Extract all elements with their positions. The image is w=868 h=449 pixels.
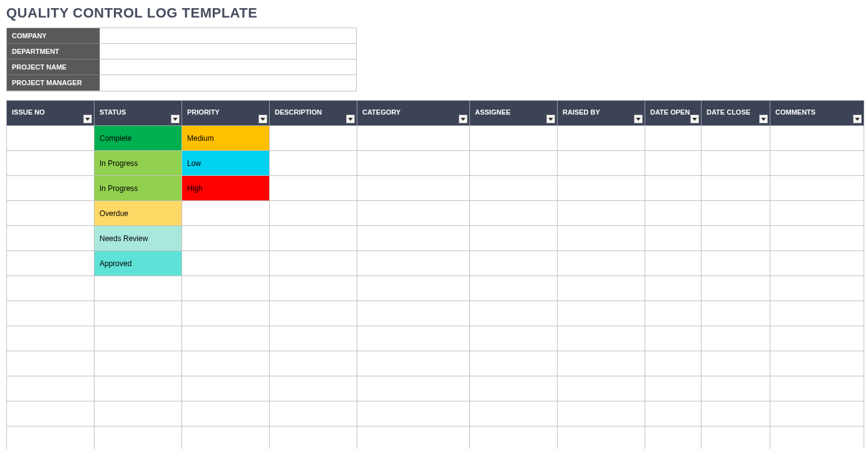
- filter-dropdown-icon[interactable]: [346, 115, 355, 123]
- cell-category[interactable]: [357, 351, 470, 376]
- cell-date_close[interactable]: [702, 301, 770, 326]
- cell-date_open[interactable]: [645, 326, 702, 351]
- cell-description[interactable]: [270, 251, 357, 276]
- cell-comments[interactable]: [770, 301, 864, 326]
- cell-category[interactable]: [357, 276, 470, 301]
- cell-assignee[interactable]: [470, 426, 558, 450]
- cell-assignee[interactable]: [470, 276, 558, 301]
- cell-date_close[interactable]: [702, 276, 770, 301]
- cell-description[interactable]: [270, 301, 357, 326]
- cell-date_close[interactable]: [702, 401, 770, 426]
- cell-description[interactable]: [270, 351, 357, 376]
- cell-issue_no[interactable]: [7, 376, 94, 401]
- cell-raised_by[interactable]: [558, 176, 645, 201]
- cell-comments[interactable]: [770, 351, 864, 376]
- cell-issue_no[interactable]: [7, 401, 94, 426]
- cell-date_open[interactable]: [645, 426, 702, 450]
- cell-description[interactable]: [270, 426, 357, 450]
- cell-issue_no[interactable]: [7, 301, 94, 326]
- cell-date_open[interactable]: [645, 176, 702, 201]
- cell-description[interactable]: [270, 326, 357, 351]
- cell-date_open[interactable]: [645, 301, 702, 326]
- cell-status[interactable]: [94, 426, 182, 450]
- cell-comments[interactable]: [770, 226, 864, 251]
- cell-comments[interactable]: [770, 126, 864, 151]
- cell-comments[interactable]: [770, 326, 864, 351]
- cell-status[interactable]: [94, 351, 182, 376]
- cell-raised_by[interactable]: [558, 251, 645, 276]
- cell-category[interactable]: [357, 326, 470, 351]
- cell-category[interactable]: [357, 426, 470, 450]
- cell-comments[interactable]: [770, 426, 864, 450]
- cell-date_close[interactable]: [702, 226, 770, 251]
- cell-issue_no[interactable]: [7, 276, 94, 301]
- cell-description[interactable]: [270, 276, 357, 301]
- cell-date_close[interactable]: [702, 251, 770, 276]
- cell-raised_by[interactable]: [558, 151, 645, 176]
- cell-raised_by[interactable]: [558, 401, 645, 426]
- cell-category[interactable]: [357, 151, 470, 176]
- cell-comments[interactable]: [770, 276, 864, 301]
- cell-priority[interactable]: Low: [182, 151, 270, 176]
- cell-description[interactable]: [270, 151, 357, 176]
- cell-comments[interactable]: [770, 251, 864, 276]
- cell-assignee[interactable]: [470, 251, 558, 276]
- cell-priority[interactable]: High: [182, 176, 270, 201]
- cell-priority[interactable]: [182, 276, 270, 301]
- cell-assignee[interactable]: [470, 176, 558, 201]
- cell-priority[interactable]: [182, 376, 270, 401]
- cell-date_open[interactable]: [645, 276, 702, 301]
- cell-comments[interactable]: [770, 376, 864, 401]
- cell-comments[interactable]: [770, 176, 864, 201]
- cell-status[interactable]: Overdue: [94, 201, 182, 226]
- cell-issue_no[interactable]: [7, 126, 94, 151]
- cell-date_open[interactable]: [645, 376, 702, 401]
- cell-category[interactable]: [357, 251, 470, 276]
- filter-dropdown-icon[interactable]: [171, 115, 180, 123]
- value-project-name[interactable]: [100, 59, 356, 75]
- cell-status[interactable]: Needs Review: [94, 226, 182, 251]
- cell-date_close[interactable]: [702, 201, 770, 226]
- cell-category[interactable]: [357, 226, 470, 251]
- cell-date_close[interactable]: [702, 376, 770, 401]
- cell-assignee[interactable]: [470, 351, 558, 376]
- cell-date_open[interactable]: [645, 151, 702, 176]
- cell-date_open[interactable]: [645, 251, 702, 276]
- cell-date_open[interactable]: [645, 201, 702, 226]
- filter-dropdown-icon[interactable]: [853, 115, 862, 123]
- filter-dropdown-icon[interactable]: [690, 115, 699, 123]
- cell-date_close[interactable]: [702, 351, 770, 376]
- cell-date_open[interactable]: [645, 226, 702, 251]
- cell-raised_by[interactable]: [558, 376, 645, 401]
- cell-assignee[interactable]: [470, 326, 558, 351]
- cell-description[interactable]: [270, 226, 357, 251]
- cell-status[interactable]: Approved: [94, 251, 182, 276]
- cell-issue_no[interactable]: [7, 426, 94, 450]
- cell-priority[interactable]: [182, 226, 270, 251]
- cell-category[interactable]: [357, 176, 470, 201]
- cell-priority[interactable]: [182, 326, 270, 351]
- cell-date_close[interactable]: [702, 151, 770, 176]
- cell-raised_by[interactable]: [558, 126, 645, 151]
- cell-category[interactable]: [357, 201, 470, 226]
- cell-description[interactable]: [270, 126, 357, 151]
- cell-priority[interactable]: [182, 426, 270, 450]
- cell-issue_no[interactable]: [7, 201, 94, 226]
- cell-status[interactable]: Complete: [94, 126, 182, 151]
- cell-description[interactable]: [270, 176, 357, 201]
- cell-comments[interactable]: [770, 201, 864, 226]
- cell-issue_no[interactable]: [7, 176, 94, 201]
- cell-status[interactable]: [94, 326, 182, 351]
- cell-priority[interactable]: [182, 351, 270, 376]
- cell-assignee[interactable]: [470, 201, 558, 226]
- filter-dropdown-icon[interactable]: [759, 115, 768, 123]
- cell-raised_by[interactable]: [558, 326, 645, 351]
- cell-raised_by[interactable]: [558, 201, 645, 226]
- cell-category[interactable]: [357, 401, 470, 426]
- cell-category[interactable]: [357, 376, 470, 401]
- cell-assignee[interactable]: [470, 226, 558, 251]
- cell-comments[interactable]: [770, 401, 864, 426]
- cell-date_close[interactable]: [702, 126, 770, 151]
- cell-date_close[interactable]: [702, 326, 770, 351]
- cell-status[interactable]: [94, 401, 182, 426]
